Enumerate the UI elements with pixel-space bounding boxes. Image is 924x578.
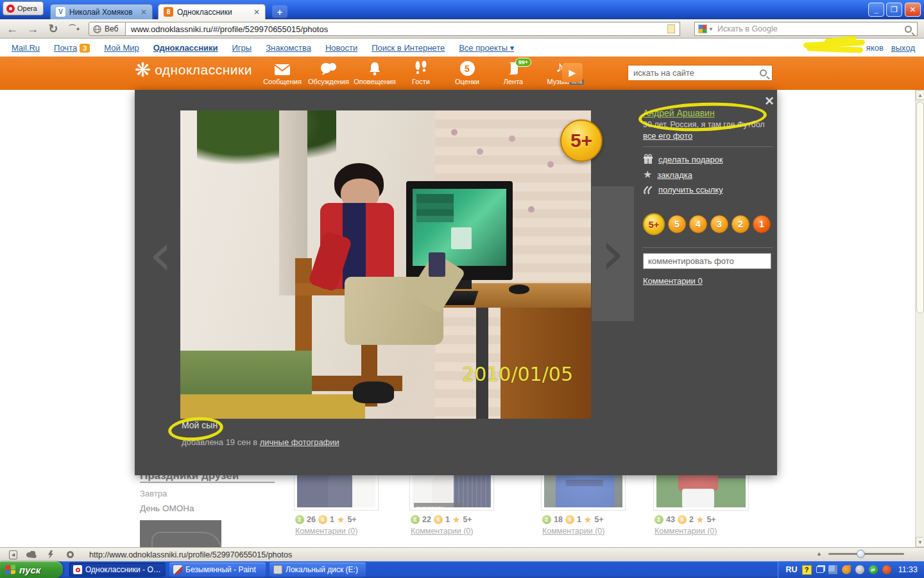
- zoom-slider-thumb[interactable]: [857, 550, 865, 558]
- tab-odnoklassniki[interactable]: 8 Одноклассники ✕: [158, 4, 266, 19]
- mailru-links-bar: Mail.Ru Почта3 Мой Мир Одноклассники Игр…: [0, 39, 924, 57]
- google-search-box: ▼: [694, 22, 918, 36]
- turbo-icon[interactable]: [46, 550, 56, 559]
- action-get-link[interactable]: получить ссылку: [643, 185, 723, 195]
- cascade-icon[interactable]: [816, 566, 824, 573]
- search-magnifier-icon[interactable]: [905, 26, 912, 33]
- link-games[interactable]: Игры: [232, 43, 252, 53]
- panel-toggle-icon[interactable]: ◂: [9, 550, 17, 559]
- forward-button[interactable]: →: [24, 21, 41, 37]
- zoom-slider-track[interactable]: [828, 553, 904, 555]
- link-odnoklassniki[interactable]: Одноклассники: [153, 43, 218, 53]
- link-websearch[interactable]: Поиск в Интернете: [372, 43, 445, 53]
- next-photo-strip[interactable]: ›: [592, 186, 634, 321]
- link-moymir[interactable]: Мой Мир: [104, 43, 139, 53]
- bell-icon: [368, 59, 381, 76]
- rating-buttons: 5+ 5 4 3 2 1: [643, 213, 774, 235]
- browser-status-bar: ◂ http://www.odnoklassniki.ru/profile/52…: [0, 547, 924, 561]
- photo-screen-dialog: [451, 227, 472, 249]
- taskbar-item-paint[interactable]: Безымянный - Paint: [169, 563, 266, 577]
- action-make-gift[interactable]: сделать подарок: [643, 154, 723, 164]
- photo-caption: Мой сын: [182, 420, 218, 430]
- web-dropdown-button[interactable]: Веб: [89, 22, 126, 36]
- site-search-input[interactable]: [628, 68, 760, 78]
- sync-tray-icon[interactable]: ⇄: [869, 565, 878, 574]
- google-dropdown-icon[interactable]: ▼: [708, 26, 714, 32]
- page-note-icon[interactable]: [667, 24, 675, 33]
- taskbar-item-opera[interactable]: Одноклассники - Op...: [69, 563, 166, 577]
- close-button[interactable]: ✕: [905, 3, 921, 17]
- rate-5-button[interactable]: 5: [668, 215, 686, 233]
- nav-notifications[interactable]: Оповещения: [352, 59, 398, 85]
- tray-clock[interactable]: 11:33: [898, 565, 918, 574]
- photo-viewer-overlay: × ‹: [135, 90, 777, 475]
- google-search-input[interactable]: [714, 24, 905, 33]
- volume-tray-icon[interactable]: [842, 565, 851, 574]
- nav-guests[interactable]: Гости: [398, 59, 444, 85]
- rate-4-button[interactable]: 4: [689, 215, 707, 233]
- nav-messages[interactable]: Сообщения: [259, 59, 305, 85]
- nav-feed[interactable]: 99+ Лента: [490, 59, 536, 85]
- link-mailru[interactable]: Mail.Ru: [12, 43, 40, 53]
- logout-link[interactable]: выход: [891, 43, 915, 53]
- photo-bed-edge: [180, 394, 365, 419]
- google-icon[interactable]: [698, 24, 707, 33]
- prev-photo-arrow[interactable]: ‹: [149, 234, 173, 277]
- agent-tray-icon[interactable]: [882, 565, 891, 574]
- paint-task-icon: [173, 565, 182, 574]
- scroll-up-button[interactable]: ▲: [916, 90, 924, 100]
- zoom-popup-icon[interactable]: ▲: [816, 550, 822, 557]
- link-all-projects[interactable]: Все проекты ▾: [459, 43, 514, 53]
- language-indicator[interactable]: RU: [786, 565, 798, 574]
- opera-menu-button[interactable]: Opera: [3, 1, 44, 15]
- rate-2-button[interactable]: 2: [732, 215, 749, 233]
- comment-input[interactable]: [643, 253, 771, 269]
- overlay-close-icon[interactable]: ×: [761, 92, 778, 109]
- wand-icon[interactable]: ⌒•: [65, 21, 82, 37]
- next-photo-arrow: ›: [601, 233, 625, 274]
- feed-count-badge: 99+: [515, 58, 531, 67]
- photo-main[interactable]: 2010/01/05: [180, 110, 591, 419]
- rate-1-button[interactable]: 1: [753, 215, 771, 233]
- viewer-comments-link[interactable]: Комментарии 0: [643, 276, 703, 286]
- all-photos-link[interactable]: все его фото: [643, 131, 692, 141]
- taskbar-item-disk[interactable]: Локальный диск (E:): [270, 563, 366, 577]
- restore-button[interactable]: ❐: [886, 3, 902, 17]
- start-button[interactable]: пуск: [0, 561, 63, 578]
- tab-vk-profile[interactable]: V Николай Хомяков ✕: [50, 4, 153, 19]
- reload-button[interactable]: ↻: [45, 21, 62, 37]
- play-button[interactable]: ▶: [562, 63, 583, 82]
- owner-name-link[interactable]: Андрей Аршавин: [643, 108, 715, 118]
- rate-3-button[interactable]: 3: [710, 215, 728, 233]
- unite-cloud-icon[interactable]: [26, 550, 37, 559]
- nav-marks[interactable]: 5 Оценки: [444, 59, 490, 85]
- link-news[interactable]: Новости: [325, 43, 357, 53]
- opera-status-icon[interactable]: [65, 550, 75, 559]
- cd-tray-icon[interactable]: [855, 565, 864, 574]
- tab-close-icon[interactable]: ✕: [141, 8, 147, 17]
- page-scrollbar[interactable]: ▲ ▼: [915, 90, 924, 547]
- address-bar-input[interactable]: [126, 22, 680, 36]
- mark-5-icon: 5: [460, 59, 475, 76]
- minimize-button[interactable]: _: [868, 3, 884, 17]
- link-dating[interactable]: Знакомства: [266, 43, 311, 53]
- ok-logo[interactable]: ❋ одноклассники: [135, 60, 252, 80]
- network-tray-icon[interactable]: [828, 565, 837, 574]
- tab-close-icon[interactable]: ✕: [253, 8, 260, 17]
- new-tab-button[interactable]: +: [272, 5, 287, 18]
- layout-helper-icon[interactable]: ?: [802, 565, 812, 575]
- nav-discussions[interactable]: Обсуждения: [305, 59, 352, 85]
- photo-pants-pocket: [429, 252, 445, 277]
- scrollbar-thumb[interactable]: [916, 101, 924, 313]
- link-mail[interactable]: Почта: [54, 43, 77, 53]
- scroll-down-button[interactable]: ▼: [916, 537, 924, 547]
- browser-toolbar: ← → ↻ ⌒• Веб ▼: [0, 19, 924, 39]
- opera-logo-icon: [6, 4, 15, 13]
- ok-favicon: 8: [164, 7, 173, 17]
- album-link[interactable]: личные фотографии: [260, 437, 339, 447]
- rate-5plus-button[interactable]: 5+: [643, 213, 665, 235]
- action-bookmark[interactable]: ★ закладка: [643, 170, 692, 180]
- back-button[interactable]: ←: [4, 21, 21, 37]
- site-search-magnifier-icon[interactable]: [760, 69, 767, 76]
- ok-logo-text: одноклассники: [155, 62, 252, 78]
